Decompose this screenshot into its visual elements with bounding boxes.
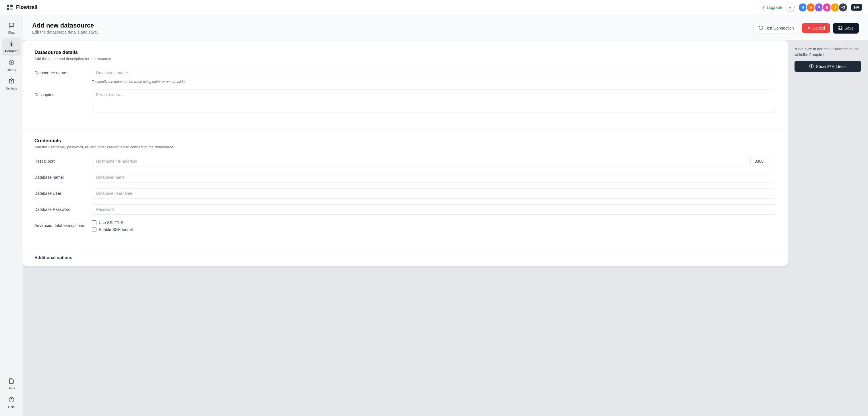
sidebar: Chat Connect Library — [0, 15, 23, 416]
sidebar-item-help[interactable]: Help — [2, 394, 21, 411]
dbpass-field — [92, 204, 776, 215]
save-button[interactable]: Save — [833, 23, 859, 34]
page-header-actions: Test Connection ✕ Cancel Save — [753, 23, 859, 34]
settings-icon — [9, 78, 14, 86]
dbuser-field — [92, 188, 776, 198]
advanced-row: Advanced database options: Use SSL/TLS E… — [34, 220, 776, 234]
dbuser-row: Database User: — [34, 188, 776, 198]
port-input[interactable] — [750, 156, 776, 166]
sidebar-item-label: Connect — [5, 49, 18, 53]
form-panel: Datasource details Add the name and desc… — [23, 40, 787, 416]
dbname-input[interactable] — [92, 172, 776, 183]
test-connection-button[interactable]: Test Connection — [753, 23, 799, 34]
datasource-name-input[interactable] — [92, 68, 776, 78]
datasource-name-field: To identify the datasources when using e… — [92, 68, 776, 84]
ip-notice: Make sure to add the IP address to the w… — [795, 46, 861, 57]
host-port-label: Host & port: — [34, 156, 86, 163]
datasource-name-row: Datasource name: To identify the datasou… — [34, 68, 776, 84]
eye-icon — [809, 64, 814, 69]
credentials-title: Credentials — [34, 138, 776, 144]
svg-point-8 — [11, 81, 12, 82]
dbuser-label: Database User: — [34, 188, 86, 196]
save-icon — [838, 26, 843, 31]
dbname-label: Database name: — [34, 172, 86, 180]
sidebar-item-docs[interactable]: Docs — [2, 375, 21, 393]
upgrade-icon: ⚡ — [761, 5, 766, 10]
credentials-section: Credentials Add the username, password, … — [23, 129, 787, 249]
main-content: Add new datasource Edit the datasource d… — [23, 15, 868, 416]
sidebar-item-label: Help — [8, 405, 14, 409]
sidebar-item-connect[interactable]: Connect — [2, 38, 21, 56]
svg-rect-2 — [7, 8, 9, 10]
cancel-button[interactable]: ✕ Cancel — [802, 23, 830, 33]
svg-point-12 — [811, 65, 812, 67]
sidebar-item-label: Chat — [8, 31, 14, 34]
additional-title: Additional options — [34, 255, 776, 260]
avatar-stack: H H M B J +3 — [798, 3, 848, 12]
ssh-checkbox-row: Enable SSH tunnel — [92, 227, 776, 232]
description-label: Description: — [34, 90, 86, 97]
additional-section: Additional options — [23, 249, 787, 266]
host-port-row: Host & port: — [34, 156, 776, 166]
chat-icon — [9, 22, 14, 30]
description-row: Description: — [34, 90, 776, 114]
description-field — [92, 90, 776, 114]
ip-sidebar: Make sure to add the IP address to the w… — [787, 40, 868, 416]
form-card: Datasource details Add the name and desc… — [23, 40, 787, 266]
connect-icon — [9, 41, 14, 48]
sidebar-item-label: Library — [7, 68, 17, 71]
ssl-checkbox-row: Use SSL/TLS — [92, 220, 776, 225]
dbpass-label: Database Password: — [34, 204, 86, 212]
show-ip-button[interactable]: Show IP Address — [795, 61, 861, 72]
test-connection-icon — [758, 26, 763, 31]
app-name: Flowtrail — [16, 4, 37, 10]
page-title: Add new datasource — [32, 22, 98, 29]
sidebar-item-chat[interactable]: Chat — [2, 20, 21, 37]
host-port-field — [92, 156, 776, 166]
help-icon — [9, 397, 14, 404]
svg-point-4 — [11, 43, 12, 45]
sidebar-item-library[interactable]: Library — [2, 57, 21, 74]
add-member-button[interactable]: + — [786, 3, 795, 12]
datasource-name-hint: To identify the datasources when using e… — [92, 80, 776, 84]
host-port-inputs — [92, 156, 776, 166]
svg-rect-1 — [10, 5, 12, 7]
page-header-text: Add new datasource Edit the datasource d… — [32, 22, 98, 34]
dbpass-input[interactable] — [92, 204, 776, 215]
user-initials-badge: HA — [851, 4, 862, 11]
section-title: Datasource details — [34, 50, 776, 55]
upgrade-button[interactable]: ⚡ Upgrade — [761, 5, 782, 10]
topbar: Flowtrail ⚡ Upgrade + H H M B J +3 HA — [0, 0, 868, 15]
ssh-checkbox[interactable] — [92, 227, 96, 232]
ssl-label: Use SSL/TLS — [99, 220, 123, 225]
ssh-label: Enable SSH tunnel — [99, 227, 133, 232]
datasource-name-label: Datasource name: — [34, 68, 86, 75]
hostname-input[interactable] — [92, 156, 748, 166]
content-area: Datasource details Add the name and desc… — [23, 40, 868, 416]
credentials-subtitle: Add the username, password, url and othe… — [34, 145, 776, 149]
advanced-field: Use SSL/TLS Enable SSH tunnel — [92, 220, 776, 234]
app-logo: Flowtrail — [6, 3, 37, 11]
description-textarea[interactable] — [92, 90, 776, 113]
datasource-details-section: Datasource details Add the name and desc… — [23, 40, 787, 129]
docs-icon — [9, 378, 14, 385]
svg-rect-0 — [7, 5, 9, 7]
sidebar-item-label: Settings — [6, 87, 17, 90]
dbname-row: Database name: — [34, 172, 776, 183]
ssl-checkbox[interactable] — [92, 220, 96, 225]
dbpass-row: Database Password: — [34, 204, 776, 215]
page-subtitle: Edit the datasource details and save. — [32, 30, 98, 34]
dbuser-input[interactable] — [92, 188, 776, 198]
library-icon — [9, 60, 14, 67]
avatar: +3 — [838, 3, 848, 12]
advanced-label: Advanced database options: — [34, 220, 86, 228]
cancel-icon: ✕ — [807, 26, 811, 30]
layout: Chat Connect Library — [0, 15, 868, 416]
section-subtitle: Add the name and description for the res… — [34, 57, 776, 61]
dbname-field — [92, 172, 776, 183]
logo-icon — [6, 3, 14, 11]
sidebar-item-label: Docs — [8, 386, 15, 390]
sidebar-item-settings[interactable]: Settings — [2, 75, 21, 93]
svg-rect-3 — [10, 8, 12, 10]
page-header: Add new datasource Edit the datasource d… — [23, 15, 868, 40]
